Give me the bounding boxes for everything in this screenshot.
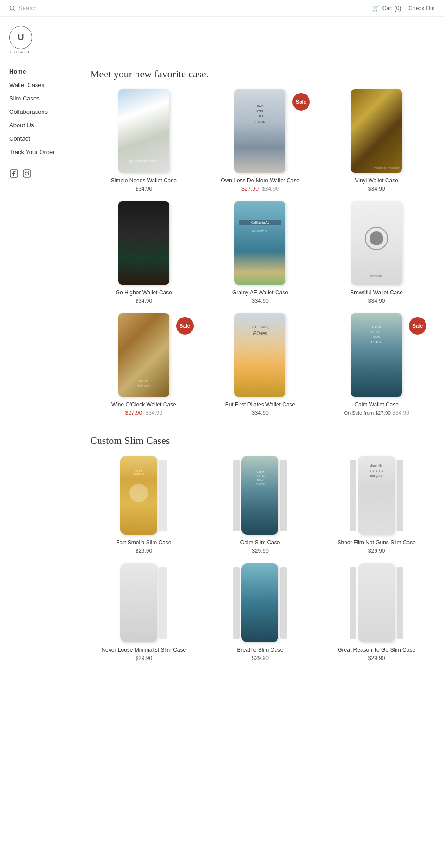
sale-price: $27.90 (241, 186, 259, 192)
cart-link[interactable]: 🛒 Cart (0) (372, 5, 401, 12)
product-price-brewtiful: $34.90 (368, 298, 385, 304)
sidebar-item-wallet-cases[interactable]: Wallet Cases (9, 81, 67, 88)
sidebar: Home Wallet Cases Slim Cases Collaborati… (0, 59, 76, 868)
product-card-great-reason[interactable]: Great Reason To Go Slim Case $29.90 (323, 563, 430, 662)
product-image-wrap: BUT FIRST,Pilates (207, 313, 314, 397)
product-card-breathe[interactable]: Breathe Slim Case $29.90 (207, 563, 314, 662)
product-image-wrap: Sale WINEo'clock (90, 313, 197, 397)
sale-price: $27.90 (125, 410, 142, 416)
product-card-pilates[interactable]: BUT FIRST,Pilates But First Pilates Wall… (207, 313, 314, 416)
product-card-never-loose[interactable]: Never Loose Minimalist Slim Case $29.90 (90, 563, 197, 662)
case-image-calm: CALMIS THENEWBLACK (351, 313, 402, 397)
facebook-icon[interactable] (9, 169, 18, 178)
sidebar-item-slim-cases[interactable]: Slim Cases (9, 95, 67, 102)
instagram-icon[interactable] (22, 169, 31, 178)
product-price-great-reason: $29.90 (368, 655, 385, 662)
product-price-grainy-af: $34.90 (252, 298, 269, 304)
product-name-fart-smella: Fart Smella Slim Case (116, 539, 171, 546)
svg-point-4 (25, 172, 29, 175)
product-name-go-higher: Go Higher Wallet Case (116, 289, 172, 296)
svg-rect-3 (23, 170, 31, 177)
product-price-breathe: $29.90 (252, 655, 269, 662)
cart-checkout-area: 🛒 Cart (0) Check Out (372, 5, 435, 12)
search-input-label[interactable]: Search (18, 5, 37, 12)
wallet-product-grid: my needs are simple. Simple Needs Wallet… (90, 89, 430, 416)
product-price-never-loose: $29.90 (135, 655, 152, 662)
sidebar-item-about-us[interactable]: About Us (9, 122, 67, 129)
product-card-shoot-film[interactable]: shoot film■ ■ ■ ■ ■not guns Shoot Film N… (323, 456, 430, 554)
product-card-wine[interactable]: Sale WINEo'clock Wine O'Clock Wallet Cas… (90, 313, 197, 416)
case-image-wine: WINEo'clock (118, 313, 169, 397)
svg-point-5 (28, 171, 29, 172)
product-card-calm[interactable]: Sale CALMIS THENEWBLACK Calm Wallet Case… (323, 313, 430, 416)
product-name-pilates: But First Pilates Wallet Case (225, 401, 296, 408)
sidebar-item-track-order[interactable]: Track Your Order (9, 149, 67, 156)
cart-label[interactable]: Cart (0) (382, 5, 401, 12)
product-name-own-less: Own Less Do More Wallet Case (221, 177, 299, 184)
case-image-simple-needs: my needs are simple. (118, 89, 169, 173)
top-bar: Search 🛒 Cart (0) Check Out (0, 0, 444, 17)
sale-badge-calm: Sale (409, 317, 426, 335)
case-image-calm-slim: CALMIS THENEWBLACK (241, 456, 278, 535)
product-name-vinyl: Vinyl Wallet Case (355, 177, 398, 184)
case-image-pilates: BUT FIRST,Pilates (234, 313, 285, 397)
product-price-pilates: $34.90 (252, 410, 269, 416)
product-name-simple-needs: Simple Needs Wallet Case (111, 177, 177, 184)
main-layout: Home Wallet Cases Slim Cases Collaborati… (0, 59, 444, 868)
product-card-brewtiful[interactable]: brewtiful Brewtiful Wallet Case $34.90 (323, 201, 430, 304)
search-area[interactable]: Search (9, 5, 37, 12)
product-card-fart-smella[interactable]: FARTSMELLA Fart Smella Slim Case $29.90 (90, 456, 197, 554)
case-image-never-loose (120, 563, 157, 642)
product-image-wrap: welcome to my collection (323, 89, 430, 173)
logo-brand: U\CASE (10, 50, 32, 54)
sidebar-item-contact[interactable]: Contact (9, 135, 67, 142)
product-image-wrap (90, 563, 197, 642)
product-image-wrap (323, 563, 430, 642)
social-icons (9, 169, 67, 178)
sale-from-label: On Sale from $27.90 (344, 410, 391, 416)
logo-circle: U (9, 26, 32, 49)
product-price-wine: $27.90 $34.90 (125, 410, 162, 416)
product-price-shoot-film: $29.90 (368, 548, 385, 554)
case-image-breathe (241, 563, 278, 642)
product-card-own-less[interactable]: Sale ownless.DOmore. Own Less Do More Wa… (207, 89, 314, 192)
main-content: Meet your new favorite case. my needs ar… (76, 59, 444, 868)
wallet-section-title: Meet your new favorite case. (90, 68, 430, 80)
sidebar-nav: Home Wallet Cases Slim Cases Collaborati… (9, 68, 67, 178)
product-image-wrap: Sale CALMIS THENEWBLACK (323, 313, 430, 397)
case-image-shoot-film: shoot film■ ■ ■ ■ ■not guns (358, 456, 395, 535)
case-image-great-reason (358, 563, 395, 642)
product-image-wrap: California Av GRAINY AF (207, 201, 314, 285)
product-card-go-higher[interactable]: Go Higher Wallet Case $34.90 (90, 201, 197, 304)
case-image-vinyl: welcome to my collection (351, 89, 402, 173)
product-price-calm-slim: $29.90 (252, 548, 269, 554)
product-name-wine: Wine O'Clock Wallet Case (111, 401, 176, 408)
product-card-simple-needs[interactable]: my needs are simple. Simple Needs Wallet… (90, 89, 197, 192)
sidebar-item-collaborations[interactable]: Collaborations (9, 108, 67, 115)
product-image-wrap (90, 201, 197, 285)
case-image-grainy-af: California Av GRAINY AF (234, 201, 285, 285)
product-price-simple-needs: $34.90 (135, 186, 152, 192)
product-price-vinyl: $34.90 (368, 186, 385, 192)
product-image-wrap: brewtiful (323, 201, 430, 285)
sidebar-divider (9, 162, 67, 162)
product-card-vinyl[interactable]: welcome to my collection Vinyl Wallet Ca… (323, 89, 430, 192)
product-image-wrap: my needs are simple. (90, 89, 197, 173)
slim-section-title: Custom Slim Cases (90, 435, 430, 447)
product-price-own-less: $27.90 $34.90 (241, 186, 279, 192)
sidebar-item-home[interactable]: Home (9, 68, 67, 75)
product-name-never-loose: Never Loose Minimalist Slim Case (101, 647, 186, 653)
product-image-wrap: FARTSMELLA (90, 456, 197, 535)
sale-badge-wine: Sale (176, 317, 194, 335)
case-image-fart: FARTSMELLA (120, 456, 157, 535)
original-price: $34.90 (392, 410, 409, 416)
product-card-calm-slim[interactable]: CALMIS THENEWBLACK Calm Slim Case $29.90 (207, 456, 314, 554)
original-price: $34.90 (146, 410, 163, 416)
product-image-wrap: shoot film■ ■ ■ ■ ■not guns (323, 456, 430, 535)
cart-icon: 🛒 (372, 5, 379, 12)
product-card-grainy-af[interactable]: California Av GRAINY AF Grainy AF Wallet… (207, 201, 314, 304)
product-price-calm: On Sale from $27.90 $34.90 (344, 410, 409, 416)
product-price-fart-smella: $29.90 (135, 548, 152, 554)
product-image-wrap: CALMIS THENEWBLACK (207, 456, 314, 535)
checkout-link[interactable]: Check Out (408, 5, 435, 12)
